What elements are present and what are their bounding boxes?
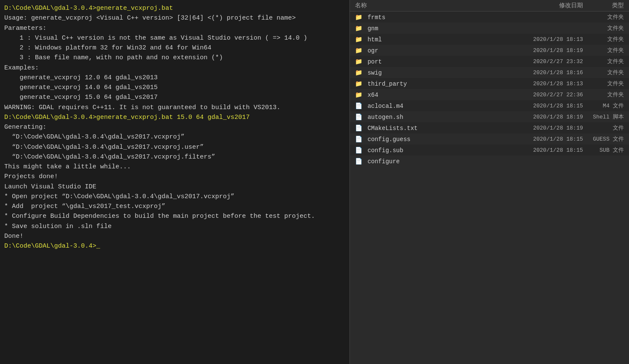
terminal-line-14: “D:\Code\GDAL\gdal-3.0.4\gdal_vs2017.vcx… <box>4 142 345 152</box>
file-icon: 📄 <box>355 147 366 154</box>
file-name-10: 📄 CMakeLists.txt <box>355 124 522 132</box>
terminal-line-21: * Configure Build Dependencies to build … <box>4 211 345 221</box>
file-icon: 📄 <box>355 103 366 110</box>
terminal-line-10: WARNING: GDAL requires C++11. It is not … <box>4 103 345 113</box>
file-date-4: 2020/2/27 23:32 <box>522 58 590 65</box>
file-type-1: 文件夹 <box>590 24 624 32</box>
explorer-row-1[interactable]: 📁 gnm文件夹 <box>350 23 629 34</box>
explorer-row-6[interactable]: 📁 third_party2020/1/28 18:13文件夹 <box>350 78 629 89</box>
file-type-7: 文件夹 <box>590 91 624 98</box>
file-name-0: 📁 frmts <box>355 14 522 21</box>
explorer-row-3[interactable]: 📁 ogr2020/1/28 18:19文件夹 <box>350 45 629 56</box>
explorer-rows: 📁 frmts文件夹📁 gnm文件夹📁 html2020/1/28 18:13文… <box>350 12 629 364</box>
folder-icon: 📁 <box>355 58 366 65</box>
terminal-line-8: generate_vcxproj 14.0 64 gdal_vs2015 <box>4 83 345 92</box>
file-date-5: 2020/1/28 18:16 <box>522 69 590 76</box>
file-type-3: 文件夹 <box>590 46 624 54</box>
terminal-line-7: generate_vcxproj 12.0 64 gdal_vs2013 <box>4 73 345 83</box>
file-type-4: 文件夹 <box>590 58 624 65</box>
folder-icon: 📁 <box>355 25 366 32</box>
folder-icon: 📁 <box>355 47 366 54</box>
terminal-panel: D:\Code\GDAL\gdal-3.0.4>generate_vcxproj… <box>0 0 349 364</box>
terminal-line-24: D:\Code\GDAL\gdal-3.0.4>_ <box>4 241 345 251</box>
terminal-line-12: Generating: <box>4 122 345 132</box>
file-date-8: 2020/1/28 18:15 <box>522 103 590 109</box>
file-date-3: 2020/1/28 18:19 <box>522 47 590 54</box>
explorer-row-11[interactable]: 📄 config.guess2020/1/28 18:15GUESS 文件 <box>350 133 629 144</box>
col-date: 修改日期 <box>522 2 590 9</box>
terminal-line-18: Launch Visual Studio IDE <box>4 182 345 192</box>
file-name-12: 📄 config.sub <box>355 147 522 154</box>
folder-icon: 📁 <box>355 92 366 98</box>
file-name-5: 📁 swig <box>355 69 522 76</box>
file-date-7: 2020/2/27 22:36 <box>522 92 590 98</box>
file-name-1: 📁 gnm <box>355 25 522 32</box>
file-icon: 📄 <box>355 114 366 121</box>
explorer-row-8[interactable]: 📄 aclocal.m42020/1/28 18:15M4 文件 <box>350 100 629 111</box>
file-date-10: 2020/1/28 18:19 <box>522 125 590 131</box>
terminal-line-15: “D:\Code\GDAL\gdal-3.0.4\gdal_vs2017.vcx… <box>4 152 345 162</box>
explorer-row-5[interactable]: 📁 swig2020/1/28 18:16文件夹 <box>350 67 629 78</box>
terminal-line-19: * Open project “D:\Code\GDAL\gdal-3.0.4\… <box>4 192 345 202</box>
folder-icon: 📁 <box>355 14 366 21</box>
terminal-line-16: This might take a little while... <box>4 162 345 172</box>
terminal-line-5: 3 : Base file name, with no path and no … <box>4 53 345 63</box>
terminal-line-1: Usage: generate_vcxproj <Visual C++ vers… <box>4 13 345 23</box>
terminal-line-9: generate_vcxproj 15.0 64 gdal_vs2017 <box>4 92 345 102</box>
terminal-line-17: Projects done! <box>4 172 345 182</box>
folder-icon: 📁 <box>355 81 366 87</box>
col-name: 名称 <box>355 2 522 9</box>
folder-icon: 📁 <box>355 69 366 76</box>
terminal-line-20: * Add project “\gdal_vs2017_test.vcxproj… <box>4 202 345 211</box>
explorer-row-4[interactable]: 📁 port2020/2/27 23:32文件夹 <box>350 56 629 67</box>
file-type-8: M4 文件 <box>590 102 624 110</box>
explorer-panel: 名称 修改日期 类型 📁 frmts文件夹📁 gnm文件夹📁 html2020/… <box>349 0 629 364</box>
terminal-line-0: D:\Code\GDAL\gdal-3.0.4>generate_vcxproj… <box>4 3 345 13</box>
explorer-row-0[interactable]: 📁 frmts文件夹 <box>350 12 629 23</box>
file-name-4: 📁 port <box>355 58 522 65</box>
file-date-2: 2020/1/28 18:13 <box>522 36 590 43</box>
terminal-line-2: Parameters: <box>4 23 345 33</box>
file-type-12: SUB 文件 <box>590 146 624 154</box>
terminal-line-22: * Save solution in .sln file <box>4 222 345 231</box>
file-name-9: 📄 autogen.sh <box>355 113 522 121</box>
file-type-0: 文件夹 <box>590 13 624 21</box>
file-name-6: 📁 third_party <box>355 80 522 87</box>
explorer-row-10[interactable]: 📄 CMakeLists.txt2020/1/28 18:19文件 <box>350 122 629 133</box>
file-name-8: 📄 aclocal.m4 <box>355 102 522 110</box>
terminal-line-4: 2 : Windows platform 32 for Win32 and 64… <box>4 43 345 53</box>
file-type-5: 文件夹 <box>590 69 624 76</box>
file-name-7: 📁 x64 <box>355 91 522 98</box>
file-type-9: Shell 脚本 <box>590 113 624 121</box>
folder-icon: 📁 <box>355 36 366 43</box>
file-type-10: 文件 <box>590 124 624 132</box>
file-date-11: 2020/1/28 18:15 <box>522 136 590 142</box>
explorer-row-13[interactable]: 📄 configure <box>350 156 629 167</box>
file-icon: 📄 <box>355 136 366 143</box>
terminal-line-23: Done! <box>4 231 345 241</box>
terminal-line-3: 1 : Visual C++ version is not the same a… <box>4 33 345 43</box>
file-icon: 📄 <box>355 158 366 165</box>
explorer-header: 名称 修改日期 类型 <box>350 0 629 12</box>
terminal-line-6: Examples: <box>4 63 345 73</box>
terminal-line-11: D:\Code\GDAL\gdal-3.0.4>generate_vcxproj… <box>4 113 345 122</box>
file-date-9: 2020/1/28 18:19 <box>522 114 590 120</box>
file-type-11: GUESS 文件 <box>590 135 624 143</box>
explorer-row-7[interactable]: 📁 x642020/2/27 22:36文件夹 <box>350 89 629 100</box>
explorer-row-2[interactable]: 📁 html2020/1/28 18:13文件夹 <box>350 34 629 45</box>
file-icon: 📄 <box>355 125 366 132</box>
file-name-2: 📁 html <box>355 36 522 43</box>
explorer-row-9[interactable]: 📄 autogen.sh2020/1/28 18:19Shell 脚本 <box>350 111 629 122</box>
terminal-line-13: “D:\Code\GDAL\gdal-3.0.4\gdal_vs2017.vcx… <box>4 132 345 142</box>
file-name-11: 📄 config.guess <box>355 136 522 143</box>
file-date-12: 2020/1/28 18:15 <box>522 147 590 153</box>
file-date-6: 2020/1/28 18:13 <box>522 81 590 87</box>
explorer-row-12[interactable]: 📄 config.sub2020/1/28 18:15SUB 文件 <box>350 144 629 156</box>
col-type: 类型 <box>590 2 624 9</box>
file-name-3: 📁 ogr <box>355 47 522 54</box>
file-type-6: 文件夹 <box>590 80 624 87</box>
file-type-2: 文件夹 <box>590 35 624 43</box>
file-name-13: 📄 configure <box>355 158 522 165</box>
